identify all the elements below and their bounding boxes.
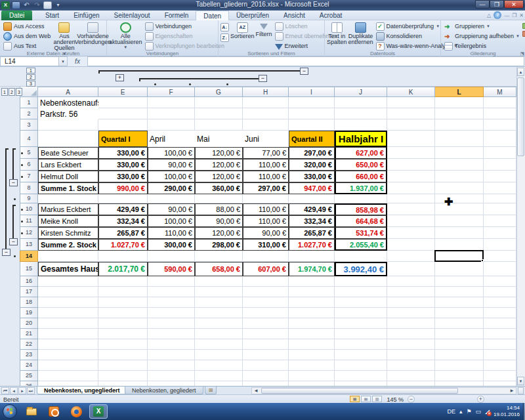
cell-I10[interactable]: 429,49 € (289, 203, 335, 215)
taskbar-media-player-button[interactable] (45, 404, 63, 419)
col-header-A[interactable]: A (38, 87, 98, 97)
zoom-level[interactable]: 145 % (387, 396, 404, 403)
cell-J8[interactable]: 1.937,00 € (335, 182, 387, 194)
scroll-up-arrow[interactable]: ▲ (517, 68, 524, 76)
row-header-26[interactable]: 26 (20, 381, 38, 386)
prev-sheet-icon[interactable]: ◂ (10, 387, 18, 394)
cell-H10[interactable]: 110,00 € (243, 203, 289, 215)
page-break-view-icon[interactable]: ▥ (372, 396, 382, 402)
page-layout-view-icon[interactable]: ▤ (361, 396, 371, 402)
row-header-18[interactable]: 18 (20, 297, 38, 308)
start-button[interactable] (3, 404, 17, 419)
tab-daten[interactable]: Daten (196, 10, 229, 20)
select-all-corner[interactable] (20, 87, 38, 97)
col-header-J[interactable]: J (335, 87, 387, 97)
cell-E11[interactable]: 332,34 € (98, 215, 148, 227)
insert-worksheet-icon[interactable]: ⊞ (205, 387, 217, 394)
col-header-F[interactable]: F (148, 87, 195, 97)
sort-az-icon[interactable]: A↓ (220, 23, 229, 32)
cell-G10[interactable]: 88,00 € (195, 203, 243, 215)
cell-E6[interactable]: 330,00 € (98, 159, 148, 171)
cell-F13[interactable]: 300,00 € (148, 239, 195, 251)
row-header-16[interactable]: 16 (20, 276, 38, 287)
first-sheet-icon[interactable]: ⏮ (1, 387, 9, 394)
insert-function-icon[interactable]: fx (68, 56, 87, 66)
cell-J11[interactable]: 664,68 € (335, 215, 387, 227)
cell-F11[interactable]: 100,00 € (148, 215, 195, 227)
cell-F5[interactable]: 100,00 € (148, 147, 195, 159)
col-outline-level-2[interactable]: 2 (26, 74, 35, 80)
col-outline-level-1[interactable]: 1 (26, 68, 35, 74)
next-sheet-icon[interactable]: ▸ (18, 387, 26, 394)
formula-input[interactable] (87, 56, 524, 66)
cell-I13[interactable]: 1.027,70 € (289, 239, 335, 251)
scroll-down-arrow[interactable]: ▼ (517, 377, 524, 385)
fill-handle[interactable] (481, 259, 484, 262)
active-cell-border[interactable] (434, 250, 484, 262)
row-outline-level-1[interactable]: 1 (1, 88, 8, 96)
volume-muted-icon[interactable]: ◢✕ (485, 408, 490, 415)
collapse-ribbon-icon[interactable]: △ (487, 12, 491, 18)
aus-access-button[interactable]: Aus Access (2, 22, 52, 31)
cell-H8[interactable]: 297,00 € (243, 182, 289, 194)
sort-za-icon[interactable]: Z↓ (220, 33, 229, 42)
cell-H13[interactable]: 310,00 € (243, 239, 289, 251)
cell-I6[interactable]: 320,00 € (289, 159, 335, 171)
collapse-group-button[interactable]: − (259, 75, 267, 82)
col-header-H[interactable]: H (243, 87, 289, 97)
gruppierung-aufheben-button[interactable]: ➜ Gruppierung aufheben▼ (443, 32, 521, 41)
cell-A13[interactable]: Summe 2. Stock (38, 239, 98, 251)
cell-J13[interactable]: 2.055,40 € (335, 239, 387, 251)
collapse-group-button[interactable]: − (2, 249, 10, 256)
zoom-out-icon[interactable]: − (408, 396, 415, 403)
minimize-button[interactable]: — (475, 0, 490, 9)
name-box[interactable]: L14 (0, 56, 59, 66)
workbook-close-icon[interactable]: ✕ (519, 12, 524, 18)
cell-J10[interactable]: 858,98 € (335, 203, 387, 215)
cell-G5[interactable]: 120,00 € (195, 147, 243, 159)
horizontal-scroll-thumb[interactable] (261, 388, 458, 394)
taskbar-excel-button[interactable]: X (89, 404, 108, 419)
row-outline-level-3[interactable]: 3 (16, 88, 22, 96)
cell-A10[interactable]: Markus Eckbert (38, 203, 98, 215)
cell-G7[interactable]: 120,00 € (195, 171, 243, 182)
cell-H15[interactable]: 607,00 € (243, 262, 289, 276)
cell-A1[interactable]: Nebenkostenaufstellung (38, 97, 98, 108)
cell-J15[interactable]: 3.992,40 € (335, 262, 387, 276)
row-header-20[interactable]: 20 (20, 318, 38, 329)
cell-J5[interactable]: 627,00 € (335, 147, 387, 159)
collapse-group-button[interactable]: − (9, 238, 18, 245)
verbindungen-button[interactable]: Verbindungen (144, 22, 226, 31)
row-header-8[interactable]: 8 (20, 182, 38, 194)
workbook-restore-icon[interactable]: ❐ (512, 12, 516, 18)
cell-H4[interactable]: Juni (243, 131, 289, 147)
row-header-24[interactable]: 24 (20, 360, 38, 371)
row-header-4[interactable]: 4 (20, 131, 38, 147)
network-icon[interactable]: ▭ (476, 408, 482, 415)
cell-E10[interactable]: 429,49 € (98, 203, 148, 215)
cell-H6[interactable]: 110,00 € (243, 159, 289, 171)
help-icon[interactable]: ? (494, 11, 501, 19)
alle-aktualisieren-button[interactable]: Alle aktualisieren▼ (109, 22, 142, 49)
collapse-group-button[interactable]: − (9, 179, 18, 186)
horizontal-scrollbar[interactable]: ◀ ▶ (251, 387, 516, 394)
cell-A2[interactable]: Parkstr. 56 (38, 108, 98, 119)
cell-G15[interactable]: 658,00 € (195, 262, 243, 276)
cell-H12[interactable]: 90,00 € (243, 227, 289, 239)
row-header-19[interactable]: 19 (20, 308, 38, 318)
col-header-I[interactable]: I (289, 87, 335, 97)
gruppieren-button[interactable]: ➜ Gruppieren▼ (443, 22, 521, 31)
text-in-spalten-button[interactable]: Text in Spalten (327, 22, 347, 45)
hide-detail-icon[interactable] (522, 31, 525, 37)
cell-A12[interactable]: Kirsten Schmitz (38, 227, 98, 239)
cell-I5[interactable]: 297,00 € (289, 147, 335, 159)
col-header-M[interactable]: M (484, 87, 516, 97)
row-header-23[interactable]: 23 (20, 350, 38, 360)
cell-I12[interactable]: 265,87 € (289, 227, 335, 239)
col-header-L[interactable]: L (435, 87, 484, 97)
tab-start[interactable]: Start (38, 10, 66, 20)
cell-G12[interactable]: 120,00 € (195, 227, 243, 239)
close-button[interactable]: ✕ (504, 0, 524, 9)
cell-F6[interactable]: 90,00 € (148, 159, 195, 171)
filtern-button[interactable]: Filtern (256, 22, 272, 37)
